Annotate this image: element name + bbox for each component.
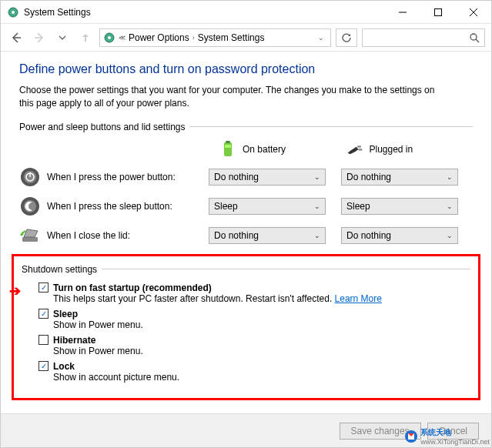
shutdown-legend: Shutdown settings — [22, 264, 470, 275]
close-lid-row: When I close the lid: Do nothing⌄ Do not… — [19, 225, 473, 246]
svg-rect-13 — [226, 141, 230, 143]
sleep-checkbox[interactable]: ✓ — [38, 309, 49, 319]
checkbox-label: Lock — [53, 361, 75, 372]
row-label: When I press the sleep button: — [47, 201, 209, 212]
maximize-button[interactable] — [420, 1, 456, 24]
titlebar: System Settings — [1, 1, 491, 24]
svg-point-1 — [12, 11, 15, 14]
chevron-down-icon: ⌄ — [447, 202, 453, 210]
breadcrumb[interactable]: ≪ Power Options › System Settings ⌄ — [99, 28, 331, 47]
power-buttons-legend: Power and sleep buttons and lid settings — [19, 122, 473, 132]
chevron-right-icon: ≪ — [119, 34, 126, 42]
column-label-battery: On battery — [243, 144, 286, 155]
forward-button[interactable] — [30, 28, 49, 47]
up-button[interactable] — [76, 28, 95, 47]
fast-startup-option: ✓ Turn on fast startup (recommended) Thi… — [38, 283, 470, 304]
power-button-icon — [19, 166, 41, 188]
history-dropdown[interactable] — [53, 28, 72, 47]
sleep-button-plugged-select[interactable]: Sleep⌄ — [341, 198, 458, 215]
column-headers: On battery Plugged in — [19, 140, 473, 159]
chevron-right-icon: › — [192, 34, 195, 42]
navbar: ≪ Power Options › System Settings ⌄ — [1, 24, 491, 52]
sleep-button-row: When I press the sleep button: Sleep⌄ Sl… — [19, 196, 473, 217]
search-input[interactable] — [362, 28, 485, 47]
breadcrumb-item[interactable]: Power Options — [129, 32, 189, 43]
hibernate-option: Hibernate Show in Power menu. — [38, 335, 470, 356]
breadcrumb-item[interactable]: System Settings — [198, 32, 265, 43]
sleep-button-icon — [19, 196, 41, 217]
power-options-icon — [103, 32, 115, 44]
chevron-down-icon[interactable]: ⌄ — [315, 34, 327, 42]
lock-option: ✓ Lock Show in account picture menu. — [38, 361, 470, 383]
annotation-arrow: ➔ — [9, 283, 21, 299]
content-area: Define power buttons and turn on passwor… — [1, 52, 491, 400]
svg-point-9 — [108, 36, 111, 39]
checkbox-sublabel: Show in account picture menu. — [38, 372, 470, 383]
power-button-plugged-select[interactable]: Do nothing⌄ — [341, 169, 458, 186]
checkbox-label: Hibernate — [53, 335, 95, 346]
close-lid-battery-select[interactable]: Do nothing⌄ — [209, 227, 326, 244]
refresh-button[interactable] — [336, 28, 357, 47]
svg-rect-3 — [435, 8, 442, 15]
back-button[interactable] — [7, 28, 25, 47]
close-lid-plugged-select[interactable]: Do nothing⌄ — [341, 227, 458, 244]
chevron-down-icon: ⌄ — [447, 232, 453, 239]
checkbox-sublabel: This helps start your PC faster after sh… — [38, 293, 470, 304]
svg-line-11 — [476, 39, 479, 42]
window-title: System Settings — [24, 7, 385, 18]
learn-more-link[interactable]: Learn More — [335, 293, 382, 304]
power-button-battery-select[interactable]: Do nothing⌄ — [209, 169, 326, 186]
svg-rect-12 — [224, 142, 232, 156]
app-icon — [7, 6, 19, 18]
chevron-down-icon: ⌄ — [447, 173, 453, 181]
row-label: When I close the lid: — [47, 230, 209, 241]
hibernate-checkbox[interactable] — [38, 335, 49, 345]
minimize-button[interactable] — [385, 1, 420, 24]
sleep-option: ✓ Sleep Show in Power menu. — [38, 309, 470, 330]
close-button[interactable] — [456, 1, 491, 24]
svg-rect-14 — [225, 145, 231, 148]
watermark-icon — [404, 430, 418, 443]
chevron-down-icon: ⌄ — [314, 173, 320, 181]
checkbox-label: Sleep — [53, 309, 78, 319]
checkbox-label: Turn on fast startup (recommended) — [53, 283, 212, 293]
svg-point-10 — [470, 34, 477, 40]
row-label: When I press the power button: — [47, 172, 209, 182]
svg-rect-15 — [357, 145, 361, 147]
page-description: Choose the power settings that you want … — [19, 84, 450, 111]
svg-rect-23 — [22, 237, 38, 242]
column-label-plugged: Plugged in — [370, 144, 413, 155]
lock-checkbox[interactable]: ✓ — [38, 361, 49, 371]
annotation-highlight: ➔ Shutdown settings ✓ Turn on fast start… — [12, 254, 480, 400]
page-heading: Define power buttons and turn on passwor… — [19, 62, 473, 76]
svg-rect-16 — [358, 149, 362, 150]
checkbox-sublabel: Show in Power menu. — [38, 346, 470, 356]
chevron-down-icon: ⌄ — [314, 202, 320, 210]
fast-startup-checkbox[interactable]: ✓ — [38, 283, 49, 293]
checkbox-sublabel: Show in Power menu. — [38, 319, 470, 330]
laptop-lid-icon — [19, 225, 41, 246]
battery-icon — [219, 140, 236, 159]
sleep-button-battery-select[interactable]: Sleep⌄ — [209, 198, 326, 215]
watermark: 系统天地 www.XiTongTianDi.net — [404, 427, 490, 446]
plug-icon — [346, 140, 363, 159]
power-button-row: When I press the power button: Do nothin… — [19, 166, 473, 188]
chevron-down-icon: ⌄ — [314, 232, 320, 239]
search-icon — [469, 32, 480, 43]
